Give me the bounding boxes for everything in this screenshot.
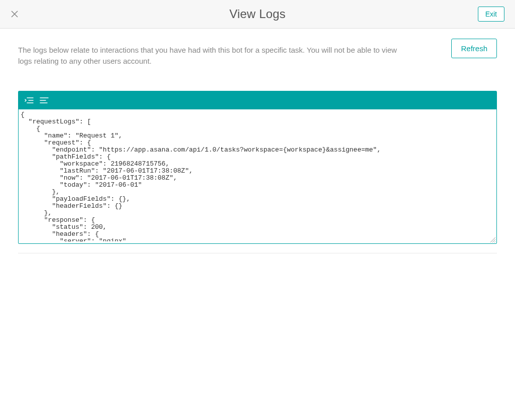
log-editor: [18, 91, 497, 244]
header-bar: View Logs Exit: [0, 0, 515, 29]
refresh-button[interactable]: Refresh: [451, 39, 497, 58]
indent-icon[interactable]: [24, 95, 35, 106]
page-title: View Logs: [229, 7, 286, 21]
close-icon[interactable]: [11, 11, 18, 18]
info-row: The logs below relate to interactions th…: [18, 39, 497, 67]
align-left-icon[interactable]: [39, 95, 50, 106]
exit-button[interactable]: Exit: [478, 7, 504, 22]
editor-toolbar: [19, 91, 496, 109]
description-text: The logs below relate to interactions th…: [18, 39, 405, 67]
divider: [18, 253, 497, 253]
log-area: [19, 109, 496, 243]
svg-line-10: [494, 241, 495, 242]
log-textarea[interactable]: [19, 109, 496, 241]
content-area: The logs below relate to interactions th…: [0, 29, 515, 263]
